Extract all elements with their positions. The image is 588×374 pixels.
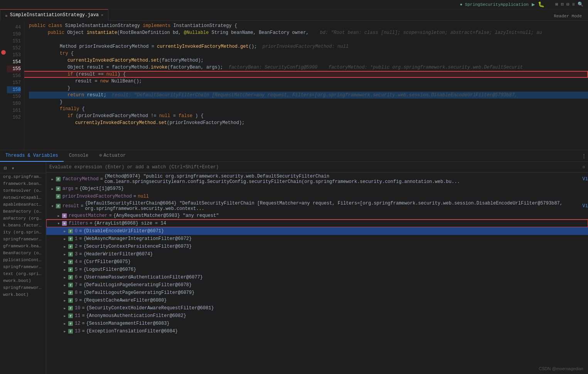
expand-result[interactable] [49, 204, 56, 208]
var-row-filter5[interactable]: f 5 = {LogoutFilter@6076} [46, 266, 588, 273]
thread-item[interactable]: pplicationContext (org. [0, 257, 46, 263]
var-row-filter12[interactable]: f 12 = {SessionManagementFilter@6083} [46, 320, 588, 327]
thread-item[interactable]: BeanFactory (org.sp) [0, 208, 46, 215]
thread-item[interactable]: springframework.beans. [0, 236, 46, 243]
var-row-filter6[interactable]: f 6 = {UsernamePasswordAuthenticationFil… [46, 273, 588, 281]
thread-item[interactable]: BeanFactory (org.spm) [0, 250, 46, 257]
var-name-filter12: 12 [75, 321, 80, 326]
var-value-args: {Object[1]@5975} [79, 186, 124, 191]
var-row-filter2[interactable]: f 2 = {SecurityContextPersistenceFilter@… [46, 243, 588, 250]
var-row-filter0[interactable]: f 0 = {DisableEncodeUrlFilter@6071} [46, 227, 588, 235]
var-row-filter3[interactable]: f 3 = {HeaderWriterFilter@6074} [46, 250, 588, 258]
expand-filter2[interactable] [62, 245, 68, 249]
thread-item[interactable]: ework.boot) [0, 277, 46, 284]
var-row-filters[interactable]: o filters = {ArrayList@6068} size = 14 [46, 220, 588, 227]
run-icon[interactable]: ▶ [532, 1, 535, 8]
tab-threads-variables[interactable]: Threads & Variables [0, 150, 64, 162]
expand-filter5[interactable] [62, 268, 68, 272]
expand-filter13[interactable] [62, 329, 68, 334]
expand-filter9[interactable] [62, 299, 68, 303]
var-name-requestMatcher: requestMatcher [69, 213, 108, 218]
tab-actuator[interactable]: ⊙ Actuator [94, 150, 131, 162]
settings-icon[interactable]: ⚙ [582, 164, 585, 169]
expand-filter12[interactable] [62, 322, 68, 326]
var-name-filter4: 4 [75, 259, 78, 265]
var-value-filter2: {SecurityContextPersistenceFilter@6073} [83, 244, 192, 249]
expand-filters[interactable] [56, 221, 62, 226]
bottom-panel: Threads & Variables Console ⊙ Actuator ⋮… [0, 150, 588, 374]
code-line-160: finally { [29, 106, 588, 112]
expand-requestMatcher[interactable] [56, 214, 62, 218]
debug-icon[interactable]: 🐛 [538, 1, 544, 8]
actuator-icon: ⊙ [99, 153, 102, 158]
expand-filter10[interactable] [62, 306, 68, 310]
expand-filter3[interactable] [62, 252, 68, 257]
var-name-filter9: 9 [75, 298, 78, 303]
var-row-args[interactable]: f args = {Object[1]@5975} [46, 185, 588, 193]
var-row-requestMatcher[interactable]: o requestMatcher = {AnyRequestMatcher@59… [46, 212, 588, 220]
var-row-result[interactable]: f result = {DefaultSecurityFilterChain@6… [46, 200, 588, 212]
thread-item[interactable]: k.beans.factory.sup) [0, 222, 46, 229]
panel-menu-button[interactable]: ⋮ [580, 152, 588, 160]
breakpoint-gutter [0, 21, 7, 150]
expand-filter6[interactable] [62, 275, 68, 280]
var-value-filter3: {HeaderWriterFilter@6074} [83, 252, 153, 257]
toolbar-icons: ⊞ ⊡ ⊟ ≡ 🔍 [555, 2, 583, 7]
thread-item[interactable]: springframework.con [0, 263, 46, 270]
expand-filter8[interactable] [62, 291, 68, 295]
var-value-factoryMethod: {Method@5974} "public org.springframewor… [104, 174, 580, 184]
expand-args[interactable] [49, 187, 56, 191]
expression-actions: ⚙ [582, 164, 585, 169]
tab-close-button[interactable]: ✕ [101, 13, 103, 17]
field-icon-filter9: f [68, 298, 73, 303]
var-name-filter11: 11 [75, 313, 80, 319]
field-icon-filter1: f [68, 236, 73, 242]
var-row-filter10[interactable]: f 10 = {SecurityContextHolderAwareReques… [46, 304, 588, 312]
expand-filter4[interactable] [62, 260, 68, 264]
editor-tab-active[interactable]: ☕ SimpleInstantiationStrategy.java ✕ [0, 9, 108, 21]
panel-content: ⊟ ▾ org.springframework. framework.beans… [0, 162, 588, 374]
thread-item[interactable]: torResolver (org.sp) [0, 187, 46, 194]
code-line-162: currentlyInvokedFactoryMethod.set(priorI… [29, 119, 588, 126]
expand-factoryMethod[interactable] [49, 177, 56, 181]
tab-console[interactable]: Console [64, 150, 94, 162]
var-row-filter7[interactable]: f 7 = {DefaultLoginPageGeneratingFilter@… [46, 281, 588, 289]
thread-item[interactable]: framework.beans. [0, 180, 46, 187]
var-vi-factoryMethod[interactable]: Vi [583, 176, 588, 182]
code-line-153: currentlyInvokedFactoryMethod.set(factor… [29, 57, 588, 64]
var-vi-result[interactable]: Vi [583, 203, 588, 209]
expand-filter1[interactable] [62, 237, 68, 241]
dropdown-button[interactable]: ▾ [10, 164, 16, 172]
thread-item[interactable]: work.boot) [0, 291, 46, 298]
reader-mode-label: Reader Mode [554, 14, 582, 18]
var-row-filter13[interactable]: f 13 = {ExceptionTranslationFilter@6084} [46, 327, 588, 335]
line-numbers: 44 150 151 152 153 154 155 156 157 158 1… [7, 21, 24, 150]
var-row-filter4[interactable]: f 4 = {CsrfFilter@6075} [46, 258, 588, 266]
expand-filter11[interactable] [62, 314, 68, 318]
var-row-prior[interactable]: f priorInvokedFactoryMethod = null [46, 193, 588, 200]
thread-item[interactable]: springframework.boot. [0, 284, 46, 291]
watermark: CSDN @moernagedian [539, 366, 583, 371]
var-row-filter9[interactable]: f 9 = {RequestCacheAwareFilter@6080} [46, 297, 588, 304]
expand-filter0[interactable] [62, 229, 68, 233]
var-row-filter8[interactable]: f 8 = {DefaultLogoutPageGeneratingFilter… [46, 289, 588, 297]
thread-item[interactable]: ity (org.springframe) [0, 229, 46, 236]
thread-item[interactable]: AutowireCapableBe [0, 194, 46, 201]
var-name-prior: priorInvokedFactoryMethod [62, 194, 132, 199]
filter-button[interactable]: ⊟ [2, 164, 8, 172]
thread-item[interactable]: text (org.springfram [0, 270, 46, 277]
thread-item[interactable]: anFactory (org.sprin [0, 215, 46, 222]
var-value-filter4: {CsrfFilter@6075} [83, 259, 130, 265]
var-name-filter0: 0 [75, 228, 78, 234]
thread-item[interactable]: gframework.beans.fa [0, 243, 46, 250]
status-text: ● SpringSecurityApplication [460, 2, 529, 7]
field-icon-filter11: f [68, 313, 73, 319]
thread-item[interactable]: org.springframework. [0, 173, 46, 180]
expression-input[interactable] [49, 164, 580, 170]
thread-item[interactable]: apableBeanFactory ( [0, 201, 46, 208]
code-line-151: Method priorInvokedFactoryMethod = curre… [29, 43, 588, 50]
expand-filter7[interactable] [62, 283, 68, 287]
var-row-filter11[interactable]: f 11 = {AnonymousAuthenticationFilter@60… [46, 312, 588, 320]
var-row-filter1[interactable]: f 1 = {WebAsyncManagerIntegrationFilter@… [46, 235, 588, 243]
var-row-factoryMethod[interactable]: f factoryMethod = {Method@5974} "public … [46, 173, 588, 185]
